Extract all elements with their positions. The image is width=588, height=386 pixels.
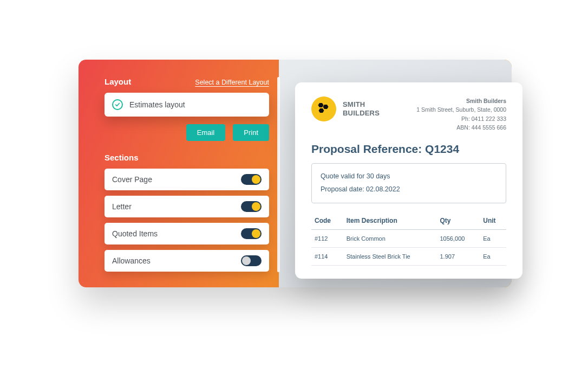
items-table: Code Item Description Qty Unit #112 Bric…: [311, 214, 506, 266]
proposal-title: Proposal Reference: Q1234: [311, 143, 506, 156]
th-desc: Item Description: [342, 214, 436, 230]
table-row: #114 Stainless Steel Brick Tie 1.907 Ea: [311, 247, 506, 265]
company-abn: ABN: 444 5555 666: [416, 123, 506, 132]
company-meta: Smith Builders 1 Smith Street, Suburb, S…: [416, 97, 506, 132]
brand: SMITH BUILDERS: [311, 97, 380, 121]
svg-marker-1: [323, 105, 329, 109]
section-row-allowances: Allowances: [104, 250, 269, 272]
section-toggle[interactable]: [241, 174, 262, 185]
cell-qty: 1.907: [435, 247, 479, 265]
brand-name: SMITH BUILDERS: [343, 100, 380, 117]
th-code: Code: [311, 214, 342, 230]
check-icon: [112, 99, 123, 110]
table-row: #112 Brick Common 1056,000 Ea: [311, 229, 506, 247]
table-header-row: Code Item Description Qty Unit: [311, 214, 506, 230]
cell-desc: Stainless Steel Brick Tie: [342, 247, 436, 265]
quote-meta-box: Quote valid for 30 days Proposal date: 0…: [311, 163, 506, 203]
company-name: Smith Builders: [416, 97, 506, 105]
email-button[interactable]: Email: [186, 124, 226, 141]
cell-desc: Brick Common: [342, 229, 436, 247]
section-toggle[interactable]: [241, 255, 262, 266]
section-toggle[interactable]: [241, 228, 262, 239]
cell-unit: Ea: [479, 247, 506, 265]
app-stage: Layout Select a Different Layout Estimat…: [79, 60, 512, 287]
svg-marker-2: [319, 108, 324, 113]
action-bar: Email Print: [104, 124, 269, 141]
th-qty: Qty: [435, 214, 479, 230]
layout-select[interactable]: Estimates layout: [104, 93, 269, 117]
change-layout-link[interactable]: Select a Different Layout: [195, 79, 269, 86]
sections-title: Sections: [104, 153, 269, 162]
config-panel: Layout Select a Different Layout Estimat…: [79, 60, 279, 287]
brand-name-line1: SMITH: [343, 100, 380, 109]
company-phone: Ph: 0411 222 333: [416, 114, 506, 123]
cell-unit: Ea: [479, 229, 506, 247]
section-row-letter: Letter: [104, 196, 269, 217]
proposal-document: SMITH BUILDERS Smith Builders 1 Smith St…: [295, 82, 522, 279]
company-address: 1 Smith Street, Suburb, State, 0000: [416, 105, 506, 114]
section-toggle[interactable]: [241, 201, 262, 212]
doc-header: SMITH BUILDERS Smith Builders 1 Smith St…: [311, 97, 506, 132]
section-label: Quoted Items: [112, 229, 158, 238]
section-label: Cover Page: [112, 175, 152, 184]
section-label: Allowances: [112, 256, 151, 265]
scrollbar[interactable]: [277, 77, 280, 272]
section-label: Letter: [112, 202, 132, 211]
section-row-cover-page: Cover Page: [104, 169, 269, 190]
section-row-quoted-items: Quoted Items: [104, 223, 269, 245]
layout-select-value: Estimates layout: [129, 100, 185, 109]
layout-title: Layout: [104, 77, 131, 86]
brand-name-line2: BUILDERS: [343, 109, 380, 118]
quote-date: Proposal date: 02.08.2022: [321, 183, 497, 196]
cell-qty: 1056,000: [435, 229, 479, 247]
print-button[interactable]: Print: [233, 124, 269, 141]
brand-logo-icon: [311, 97, 336, 121]
cell-code: #112: [311, 229, 342, 247]
quote-validity: Quote valid for 30 days: [321, 170, 497, 183]
svg-marker-0: [318, 103, 324, 107]
cell-code: #114: [311, 247, 342, 265]
th-unit: Unit: [479, 214, 506, 230]
layout-header: Layout Select a Different Layout: [104, 77, 269, 86]
